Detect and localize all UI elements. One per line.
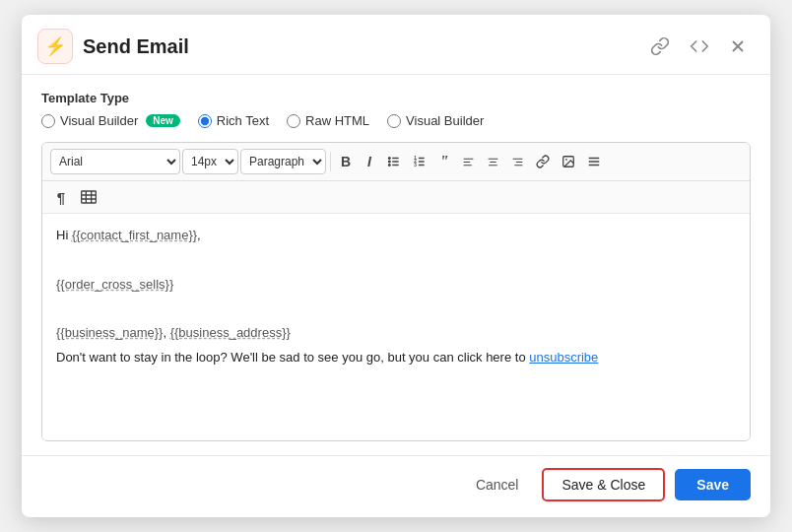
align-left-button[interactable] [457, 150, 480, 173]
modal-footer: Cancel Save & Close Save [22, 455, 770, 517]
align-right-button[interactable] [506, 150, 529, 173]
link-button-tb[interactable] [531, 150, 555, 173]
merge-tag-business-address: {{business_address}} [170, 325, 291, 340]
format-select[interactable]: Paragraph Heading 1 Heading 2 Heading 3 [240, 149, 326, 174]
option-raw-html-label: Raw HTML [305, 113, 369, 128]
svg-text:3: 3 [414, 163, 417, 167]
ul-icon [387, 155, 401, 168]
editor-line4: Don't want to stay in the loop? We'll be… [56, 348, 736, 368]
modal-icon: ⚡ [37, 29, 73, 64]
radio-visual-builder2[interactable] [387, 114, 401, 128]
radio-visual-builder[interactable] [41, 114, 55, 128]
modal-title: Send Email [83, 35, 636, 58]
svg-point-6 [388, 161, 390, 163]
link-icon-tb [536, 155, 550, 168]
close-button[interactable] [725, 35, 751, 57]
align-center-icon [487, 156, 499, 168]
option-rich-text[interactable]: Rich Text [198, 113, 269, 128]
link-button[interactable] [646, 34, 674, 58]
modal-header: ⚡ Send Email [22, 15, 770, 75]
header-actions [646, 34, 751, 58]
align-left-icon [462, 156, 475, 168]
image-icon [561, 155, 575, 168]
close-icon [729, 37, 747, 55]
blockquote-button[interactable]: " [433, 150, 455, 173]
radio-rich-text[interactable] [198, 114, 212, 128]
option-visual-builder2-label: Visual Builder [406, 113, 484, 128]
radio-raw-html[interactable] [287, 114, 300, 128]
editor-line3: {{business_name}}, {{business_address}} [56, 323, 736, 344]
option-visual-builder-label: Visual Builder [60, 113, 138, 128]
align-center-button[interactable] [482, 150, 504, 173]
option-rich-text-label: Rich Text [217, 113, 269, 128]
option-raw-html[interactable]: Raw HTML [287, 113, 369, 128]
toolbar-row1: Arial Times New Roman Verdana Georgia 10… [42, 143, 750, 181]
merge-tag-order-cross-sells: {{order_cross_sells}} [56, 277, 173, 292]
radio-group: Visual Builder New Rich Text Raw HTML Vi… [41, 113, 751, 128]
table-btn[interactable] [76, 185, 101, 209]
ol-icon: 123 [413, 155, 427, 168]
more-icon [587, 155, 601, 168]
save-close-button[interactable]: Save & Close [542, 468, 665, 501]
svg-rect-28 [82, 191, 97, 203]
ordered-list-button[interactable]: 123 [408, 150, 431, 173]
template-type-label: Template Type [41, 91, 751, 105]
svg-point-24 [565, 159, 567, 161]
toolbar-row2: ¶ [42, 181, 750, 214]
svg-point-5 [388, 158, 390, 160]
merge-tag-business-name: {{business_name}} [56, 325, 163, 340]
editor-line2: {{order_cross_sells}} [56, 275, 736, 296]
table-icon [81, 190, 97, 204]
bold-button[interactable]: B [335, 150, 357, 173]
paragraph-btn[interactable]: ¶ [50, 185, 72, 209]
image-button[interactable] [557, 150, 580, 173]
editor-content[interactable]: Hi {{contact_first_name}}, {{order_cross… [42, 214, 750, 440]
merge-tag-contact-first-name: {{contact_first_name}} [72, 228, 197, 242]
code-button[interactable] [686, 34, 713, 58]
editor-line-blank1 [56, 250, 736, 271]
more-button[interactable] [582, 150, 606, 173]
font-select[interactable]: Arial Times New Roman Verdana Georgia [50, 149, 180, 174]
modal-body: Template Type Visual Builder New Rich Te… [22, 75, 770, 455]
italic-button[interactable]: I [359, 150, 380, 173]
toolbar-separator-1 [330, 152, 331, 171]
svg-point-7 [388, 165, 390, 166]
unordered-list-button[interactable] [382, 150, 406, 173]
editor-container: Arial Times New Roman Verdana Georgia 10… [41, 142, 751, 441]
cancel-button[interactable]: Cancel [462, 469, 533, 500]
link-icon [650, 36, 670, 56]
editor-line1: Hi {{contact_first_name}}, [56, 226, 736, 246]
badge-new: New [146, 114, 180, 127]
editor-line-blank2 [56, 299, 736, 319]
option-visual-builder2[interactable]: Visual Builder [387, 113, 484, 128]
align-right-icon [511, 156, 524, 168]
send-email-modal: ⚡ Send Email [22, 15, 770, 517]
code-icon [690, 36, 709, 56]
unsubscribe-link[interactable]: unsubscribe [529, 350, 598, 365]
save-button[interactable]: Save [675, 469, 751, 500]
size-select[interactable]: 10px 12px 14px 16px 18px 24px [182, 149, 238, 174]
option-visual-builder[interactable]: Visual Builder New [41, 113, 180, 128]
editor-line4-before: Don't want to stay in the loop? We'll be… [56, 350, 529, 365]
